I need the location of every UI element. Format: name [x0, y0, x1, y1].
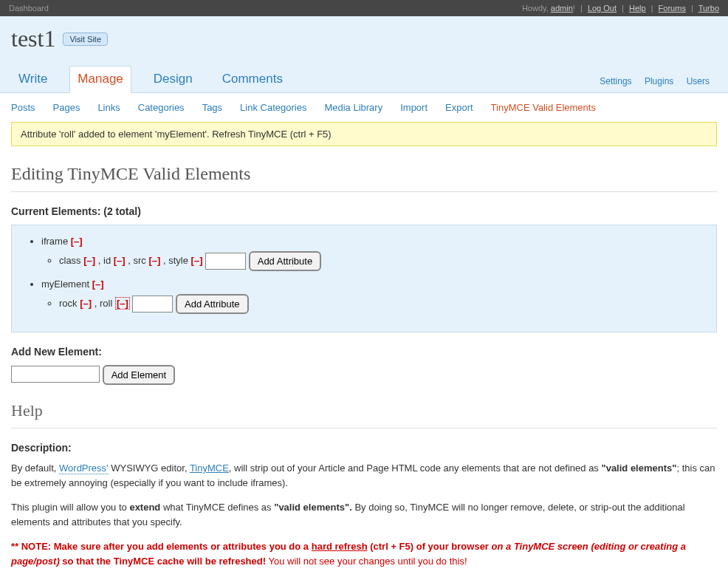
- users-link[interactable]: Users: [687, 76, 710, 86]
- elements-box: iframe [–] class [–] , id [–] , src [–] …: [11, 225, 717, 332]
- forums-link[interactable]: Forums: [659, 4, 686, 13]
- remove-element-iframe[interactable]: [–]: [71, 236, 83, 247]
- help-note: ** NOTE: Make sure after you add element…: [11, 539, 717, 568]
- logout-link[interactable]: Log Out: [588, 4, 617, 13]
- main-tabs: Write Manage Design Comments: [11, 66, 290, 92]
- remove-attr-src[interactable]: [–]: [148, 255, 160, 266]
- element-iframe: iframe [–] class [–] , id [–] , src [–] …: [41, 236, 703, 271]
- remove-attr-roll[interactable]: [–]: [115, 297, 130, 310]
- header: test1 Visit Site Write Manage Design Com…: [0, 16, 728, 92]
- remove-attr-style[interactable]: [–]: [191, 255, 203, 266]
- dashboard-link[interactable]: Dashboard: [9, 4, 49, 13]
- tinymce-link[interactable]: TinyMCE: [190, 462, 229, 474]
- add-attribute-button-myelement[interactable]: Add Attribute: [176, 294, 248, 314]
- element-myelement-attrs: rock [–] , roll [–] Add Attribute: [59, 294, 703, 314]
- subnav-pages[interactable]: Pages: [53, 102, 80, 113]
- new-element-input[interactable]: [11, 366, 100, 383]
- element-name: myElement: [41, 279, 89, 290]
- subnav-links[interactable]: Links: [97, 102, 120, 113]
- help-paragraph-2: This plugin will allow you to extend wha…: [11, 500, 717, 529]
- remove-attr-id[interactable]: [–]: [114, 255, 126, 266]
- help-title: Help: [11, 395, 717, 429]
- plugins-link[interactable]: Plugins: [645, 76, 673, 86]
- help-link[interactable]: Help: [629, 4, 646, 13]
- add-element-button[interactable]: Add Element: [103, 365, 175, 385]
- element-myelement: myElement [–] rock [–] , roll [–] Add At…: [41, 279, 703, 314]
- subnav: Posts Pages Links Categories Tags Link C…: [0, 92, 728, 122]
- current-elements-label: Current Elements: (2 total): [11, 205, 717, 217]
- tab-comments[interactable]: Comments: [215, 66, 290, 92]
- topbar-right: Howdy, admin! | Log Out | Help | Forums …: [522, 4, 719, 13]
- add-attribute-button-iframe[interactable]: Add Attribute: [249, 251, 321, 271]
- subnav-categories[interactable]: Categories: [138, 102, 185, 113]
- subnav-tags[interactable]: Tags: [202, 102, 222, 113]
- page-title: Editing TinyMCE Valid Elements: [11, 158, 717, 192]
- subnav-link-categories[interactable]: Link Categories: [240, 102, 306, 113]
- attr-name: src: [134, 255, 146, 266]
- hard-refresh-link[interactable]: hard refresh: [312, 541, 368, 552]
- remove-attr-class[interactable]: [–]: [83, 255, 95, 266]
- subnav-import[interactable]: Import: [400, 102, 427, 113]
- main-tabs-right: Settings Plugins Users: [589, 76, 717, 92]
- notice-message: Attribute 'roll' added to element 'myEle…: [11, 122, 717, 146]
- remove-element-myelement[interactable]: [–]: [92, 279, 104, 290]
- new-attr-input-myelement[interactable]: [132, 296, 173, 313]
- turbo-link[interactable]: Turbo: [698, 4, 719, 13]
- element-iframe-attrs: class [–] , id [–] , src [–] , style [–]…: [59, 251, 703, 271]
- add-new-element-label: Add New Element:: [11, 346, 717, 358]
- settings-link[interactable]: Settings: [600, 76, 631, 86]
- subnav-posts[interactable]: Posts: [11, 102, 35, 113]
- tab-design[interactable]: Design: [146, 66, 200, 92]
- subnav-media-library[interactable]: Media Library: [324, 102, 382, 113]
- attr-name: roll: [100, 298, 112, 309]
- attr-name: style: [168, 255, 188, 266]
- admin-topbar: Dashboard Howdy, admin! | Log Out | Help…: [0, 0, 728, 16]
- greeting: Howdy,: [522, 4, 549, 13]
- help-paragraph-1: By default, WordPress' WYSIWYG editor, T…: [11, 461, 717, 490]
- attr-name: class: [59, 255, 81, 266]
- visit-site-button[interactable]: Visit Site: [63, 33, 108, 46]
- user-link[interactable]: admin: [551, 4, 573, 13]
- tab-write[interactable]: Write: [11, 66, 55, 92]
- wordpress-link[interactable]: WordPress': [59, 462, 109, 474]
- site-title: test1: [11, 25, 55, 52]
- description-label: Description:: [11, 442, 717, 454]
- remove-attr-rock[interactable]: [–]: [80, 298, 92, 309]
- attr-name: id: [103, 255, 111, 266]
- subnav-tinymce-valid-elements[interactable]: TinyMCE Valid Elements: [491, 102, 596, 113]
- new-attr-input-iframe[interactable]: [205, 253, 246, 270]
- attr-name: rock: [59, 298, 78, 309]
- tab-manage[interactable]: Manage: [69, 66, 131, 93]
- element-name: iframe: [41, 236, 68, 247]
- subnav-export[interactable]: Export: [445, 102, 473, 113]
